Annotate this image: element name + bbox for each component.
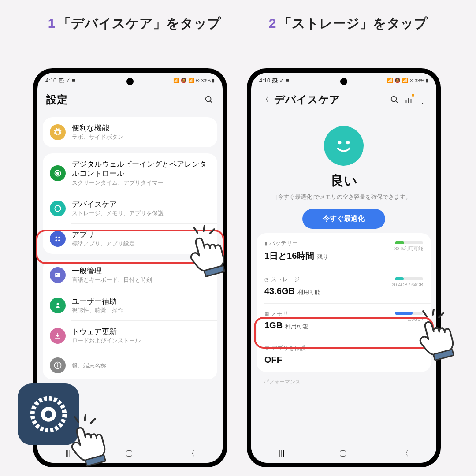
android-nav-bar: ||| 〈: [37, 444, 223, 463]
step-2-heading: 2「ストレージ」をタップ: [247, 13, 450, 33]
step-1-heading: 1「デバイスケア」をタップ: [33, 13, 236, 33]
page-title: デバイスケア: [274, 93, 385, 107]
svg-point-14: [57, 363, 58, 364]
care-icon: [50, 201, 66, 216]
metric-storage[interactable]: ◔ ストレージ 43.6GB利用可能20.4GB / 64GB: [257, 269, 431, 303]
metrics-card: ▮ バッテリー 1日と16時間残り33%利用可能◔ ストレージ 43.6GB利用…: [257, 233, 431, 372]
back-icon[interactable]: 〈: [188, 449, 195, 458]
status-subtitle: [今すぐ最適化]でメモリの空き容量を確保できます。: [257, 193, 431, 201]
performance-label: パフォーマンス: [264, 378, 424, 386]
chart-icon[interactable]: [404, 95, 413, 104]
svg-point-21: [346, 141, 350, 144]
smiley-icon: [324, 126, 364, 166]
svg-point-15: [391, 97, 397, 102]
android-nav-bar: ||| 〈: [251, 444, 436, 463]
settings-item-gear[interactable]: 便利な機能ラボ、サイドボタン: [43, 117, 217, 147]
metric-memory[interactable]: ▦ メモリ 1GB利用可能2.5GB /: [257, 304, 431, 338]
settings-item-person[interactable]: ユーザー補助視認性、聴覚、操作: [43, 290, 217, 320]
svg-point-0: [206, 97, 211, 102]
svg-point-11: [57, 303, 59, 305]
recents-icon[interactable]: |||: [279, 450, 284, 457]
svg-point-5: [56, 236, 57, 238]
status-label: 良い: [257, 172, 431, 190]
settings-item-care[interactable]: デバイスケアストレージ、メモリ、アプリを保護: [43, 193, 217, 223]
svg-rect-9: [55, 273, 60, 277]
svg-point-20: [338, 141, 341, 144]
gear-icon: [50, 124, 66, 140]
optimize-button[interactable]: 今すぐ最適化: [302, 209, 385, 229]
settings-header: 設定: [37, 86, 223, 117]
settings-item-globe[interactable]: 一般管理言語とキーボード、日付と時刻: [43, 260, 217, 290]
svg-point-7: [56, 239, 57, 241]
settings-item-info[interactable]: 報、端末名称: [43, 351, 217, 379]
target-icon: [50, 165, 66, 181]
metric-battery[interactable]: ▮ バッテリー 1日と16時間残り33%利用可能: [257, 233, 431, 269]
svg-point-3: [57, 172, 59, 174]
page-title: 設定: [46, 93, 200, 107]
phone-mockup-2: 4:10 🖼 ✓ ≡ 📶 🔕 📶 ⊘ 33%▮ 〈 デバイスケア ⋮ 良い [今…: [247, 68, 441, 467]
grid-icon: [50, 231, 66, 247]
globe-icon: [50, 267, 66, 283]
settings-item-grid[interactable]: アプリ標準アプリ、アプリ設定: [43, 224, 217, 254]
person-icon: [50, 298, 66, 313]
device-care-status: 良い [今すぐ最適化]でメモリの空き容量を確保できます。 今すぐ最適化: [251, 117, 436, 233]
svg-point-8: [58, 239, 60, 241]
back-icon[interactable]: 〈: [260, 93, 270, 106]
svg-point-24: [45, 411, 52, 418]
home-icon[interactable]: [126, 450, 132, 457]
settings-item-target[interactable]: デジタルウェルビーイングとペアレンタルコントロールスクリーンタイム、アプリタイマ…: [43, 153, 217, 193]
metric-protect[interactable]: 🛡 アプリを保護 OFF: [257, 338, 431, 372]
recents-icon[interactable]: |||: [65, 450, 71, 457]
device-care-header: 〈 デバイスケア ⋮: [251, 86, 436, 117]
info-icon: [50, 357, 66, 373]
down-icon: [50, 328, 66, 344]
svg-line-1: [210, 101, 212, 103]
svg-point-6: [58, 236, 60, 238]
search-icon[interactable]: [390, 95, 399, 104]
svg-rect-10: [56, 274, 57, 275]
search-icon[interactable]: [204, 95, 214, 104]
settings-app-icon[interactable]: [18, 383, 79, 445]
home-icon[interactable]: [340, 450, 346, 457]
settings-item-down[interactable]: トウェア更新ロードおよびインストール: [43, 321, 217, 351]
svg-line-16: [396, 101, 398, 103]
more-icon[interactable]: ⋮: [418, 95, 428, 104]
back-icon[interactable]: 〈: [402, 449, 409, 458]
